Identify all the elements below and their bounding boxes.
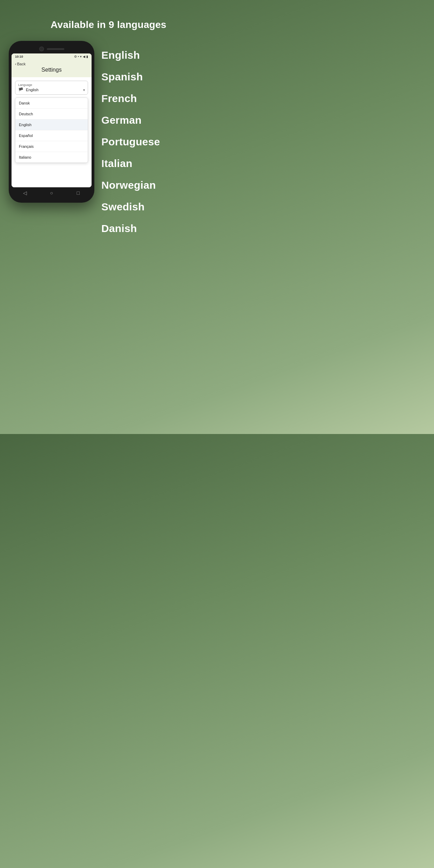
phone-screen: 10:10 ⚙ • ▾ ◀ ▮ ‹ Back Settings [12, 53, 92, 187]
phone-camera [39, 46, 44, 51]
dropdown-item-english[interactable]: English [15, 120, 88, 130]
language-item-french: French [101, 88, 210, 109]
dot-status-icon: • [78, 55, 79, 58]
language-item-english: English [101, 44, 210, 66]
dropdown-item-italiano[interactable]: Italiano [15, 152, 88, 162]
status-icons: ⚙ • ▾ ◀ ▮ [74, 55, 88, 58]
wifi-icon: ▾ [80, 55, 82, 58]
dropdown-list: Dansk Deutsch English Español Français I… [15, 97, 88, 163]
signal-icon: ◀ [83, 55, 85, 58]
white-filler [12, 166, 92, 187]
language-field[interactable]: Language 🏴 English ▾ [15, 81, 88, 95]
settings-status-icon: ⚙ [74, 55, 77, 58]
language-item-norwegian: Norwegian [101, 174, 210, 196]
battery-icon: ▮ [86, 55, 88, 58]
language-label: Language [18, 83, 85, 87]
dropdown-item-espanol[interactable]: Español [15, 130, 88, 141]
nav-recents-button[interactable]: □ [75, 189, 82, 196]
dropdown-item-deutsch[interactable]: Deutsch [15, 109, 88, 120]
phone-speaker [47, 48, 64, 50]
nav-back-button[interactable]: ◁ [21, 189, 28, 196]
language-value: 🏴 English ▾ [18, 87, 85, 92]
nav-home-button[interactable]: ○ [48, 189, 55, 196]
language-item-german: German [101, 109, 210, 131]
back-button[interactable]: ‹ Back [15, 62, 88, 66]
page-title: Available in 9 languages [0, 0, 217, 37]
back-label: Back [17, 62, 26, 66]
app-settings-title: Settings [15, 67, 88, 73]
back-arrow-icon: ‹ [15, 62, 16, 66]
phone-mockup: 10:10 ⚙ • ▾ ◀ ▮ ‹ Back Settings [9, 41, 94, 203]
language-item-swedish: Swedish [101, 196, 210, 218]
language-item-spanish: Spanish [101, 66, 210, 88]
language-item-portuguese: Portuguese [101, 131, 210, 153]
status-bar: 10:10 ⚙ • ▾ ◀ ▮ [12, 53, 92, 60]
languages-list: English Spanish French German Portuguese… [98, 41, 210, 239]
chevron-down-icon: ▾ [83, 88, 85, 92]
language-item-italian: Italian [101, 153, 210, 174]
status-time: 10:10 [15, 55, 23, 58]
language-item-danish: Danish [101, 218, 210, 239]
flag-icon: 🏴 [18, 87, 23, 92]
language-selected-value: English [26, 88, 38, 92]
dropdown-item-dansk[interactable]: Dansk [15, 98, 88, 109]
dropdown-item-francais[interactable]: Français [15, 141, 88, 152]
settings-content: Language 🏴 English ▾ Dansk Deutsch [12, 77, 92, 166]
phone-nav-bar: ◁ ○ □ [12, 187, 92, 198]
app-header: ‹ Back Settings [12, 60, 92, 77]
